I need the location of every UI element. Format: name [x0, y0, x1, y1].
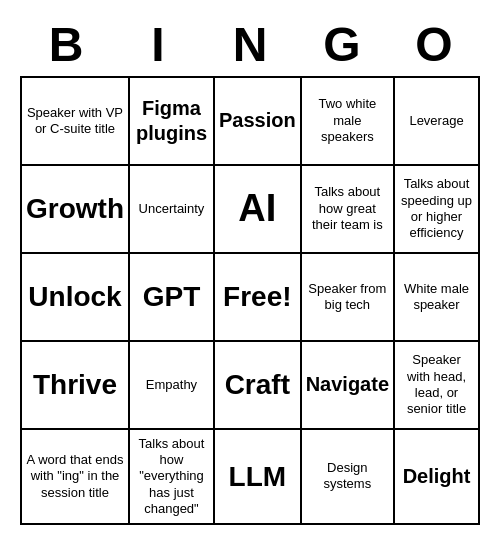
bingo-cell[interactable]: Talks about speeding up or higher effici…: [395, 166, 480, 254]
bingo-header: B I N G O: [20, 19, 480, 72]
bingo-cell[interactable]: Uncertainty: [130, 166, 215, 254]
bingo-cell[interactable]: Leverage: [395, 78, 480, 166]
bingo-grid: Speaker with VP or C-suite titleFigma pl…: [20, 76, 480, 525]
bingo-cell[interactable]: Navigate: [302, 342, 395, 430]
bingo-cell[interactable]: AI: [215, 166, 302, 254]
header-letter-g: G: [298, 19, 386, 72]
bingo-cell[interactable]: Unlock: [22, 254, 130, 342]
bingo-cell[interactable]: Craft: [215, 342, 302, 430]
bingo-cell[interactable]: GPT: [130, 254, 215, 342]
bingo-cell[interactable]: Growth: [22, 166, 130, 254]
bingo-cell[interactable]: Free!: [215, 254, 302, 342]
bingo-cell[interactable]: Empathy: [130, 342, 215, 430]
bingo-cell[interactable]: Speaker from big tech: [302, 254, 395, 342]
header-letter-n: N: [206, 19, 294, 72]
bingo-cell[interactable]: Passion: [215, 78, 302, 166]
bingo-cell[interactable]: Two white male speakers: [302, 78, 395, 166]
bingo-cell[interactable]: LLM: [215, 430, 302, 525]
bingo-cell[interactable]: Delight: [395, 430, 480, 525]
bingo-cell[interactable]: White male speaker: [395, 254, 480, 342]
bingo-cell[interactable]: Speaker with VP or C-suite title: [22, 78, 130, 166]
bingo-cell[interactable]: Figma plugins: [130, 78, 215, 166]
bingo-cell[interactable]: Speaker with head, lead, or senior title: [395, 342, 480, 430]
bingo-cell[interactable]: Thrive: [22, 342, 130, 430]
bingo-card: B I N G O Speaker with VP or C-suite tit…: [10, 9, 490, 535]
bingo-cell[interactable]: Talks about how great their team is: [302, 166, 395, 254]
bingo-cell[interactable]: Design systems: [302, 430, 395, 525]
header-letter-b: B: [22, 19, 110, 72]
bingo-cell[interactable]: Talks about how "everything has just cha…: [130, 430, 215, 525]
header-letter-o: O: [390, 19, 478, 72]
header-letter-i: I: [114, 19, 202, 72]
bingo-cell[interactable]: A word that ends with "ing" in the sessi…: [22, 430, 130, 525]
